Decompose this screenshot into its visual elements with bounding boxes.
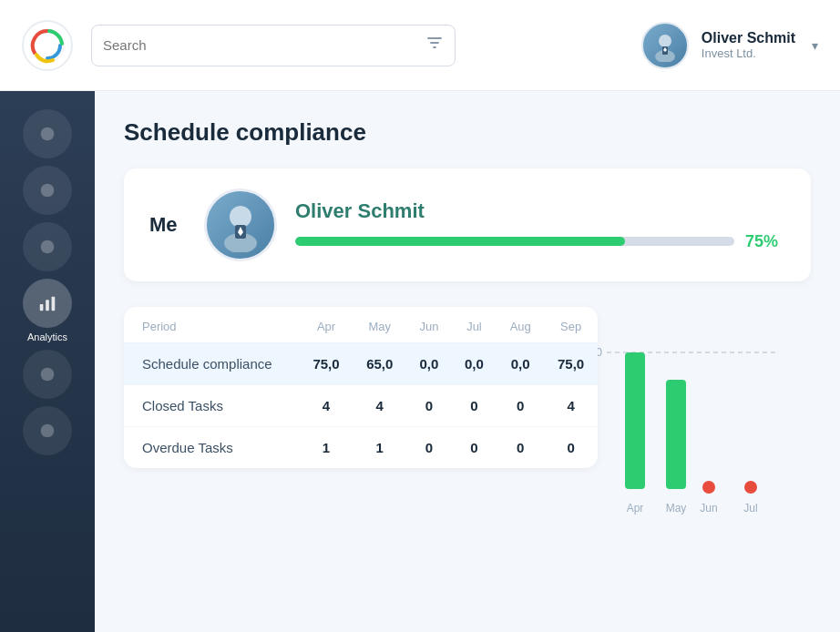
x-label-apr: Apr: [627, 502, 644, 515]
col-jun: Jun: [406, 307, 452, 343]
col-jul: Jul: [452, 307, 497, 343]
svg-point-7: [41, 240, 55, 254]
x-label-jun: Jun: [700, 502, 717, 515]
sidebar-item-analytics[interactable]: Analytics: [23, 279, 72, 342]
cell-sc-jul: 0,0: [452, 343, 497, 385]
chart-svg: 70 Apr May Jun Jul: [598, 316, 780, 525]
progress-bar-bg: [295, 237, 734, 246]
cell-sc-jun: 0,0: [406, 343, 452, 385]
search-wrapper: [91, 25, 456, 66]
svg-point-13: [230, 206, 251, 228]
col-aug: Aug: [497, 307, 544, 343]
svg-point-6: [41, 184, 55, 198]
col-may: May: [353, 307, 406, 343]
dot-jun: [702, 481, 715, 494]
topbar: Oliver Schmit Invest Ltd. ▾: [0, 0, 840, 91]
table-row: Schedule compliance 75,0 65,0 0,0 0,0 0,…: [124, 343, 598, 385]
row-label: Schedule compliance: [124, 343, 300, 385]
svg-rect-8: [40, 304, 44, 311]
data-table-card: Period Apr May Jun Jul Aug Sep Schedule …: [124, 307, 598, 468]
me-card: Me Oliver Schmit 75%: [124, 168, 811, 281]
sidebar-item-6[interactable]: [23, 406, 72, 455]
cell-sc-aug: 0,0: [497, 343, 544, 385]
table-chart-wrapper: Period Apr May Jun Jul Aug Sep Schedule …: [124, 307, 811, 538]
cell-ct-jul: 0: [452, 385, 497, 427]
bar-apr: [625, 352, 645, 489]
svg-point-12: [41, 424, 55, 438]
user-dropdown-arrow[interactable]: ▾: [812, 38, 818, 53]
row-label: Closed Tasks: [124, 385, 300, 427]
svg-text:70: 70: [598, 346, 602, 359]
cell-ct-jun: 0: [406, 385, 452, 427]
sidebar-item-3[interactable]: [23, 222, 72, 271]
cell-ot-jun: 0: [406, 427, 452, 469]
progress-wrapper: 75%: [295, 232, 785, 251]
dot-jul: [744, 481, 757, 494]
analytics-label: Analytics: [27, 331, 67, 342]
sidebar-item-1[interactable]: [23, 109, 72, 158]
bar-may: [666, 380, 686, 489]
col-apr: Apr: [300, 307, 353, 343]
x-label-jul: Jul: [743, 502, 757, 515]
cell-sc-may: 65,0: [353, 343, 406, 385]
cell-ct-apr: 4: [300, 385, 353, 427]
cell-ct-sep: 4: [544, 385, 598, 427]
search-input[interactable]: [103, 37, 418, 53]
cell-ot-sep: 0: [544, 427, 598, 469]
progress-bar-fill: [295, 237, 625, 246]
cell-ot-apr: 1: [300, 427, 353, 469]
svg-point-5: [41, 127, 55, 141]
table-header-row: Period Apr May Jun Jul Aug Sep: [124, 307, 598, 343]
user-company: Invest Ltd.: [702, 46, 795, 60]
me-name: Oliver Schmit: [295, 199, 785, 223]
table-row: Closed Tasks 4 4 0 0 0 4: [124, 385, 598, 427]
main-layout: Analytics Schedule compliance Me Oliver: [0, 91, 840, 632]
sidebar-item-2[interactable]: [23, 166, 72, 215]
table-row: Overdue Tasks 1 1 0 0 0 0: [124, 427, 598, 469]
filter-icon[interactable]: [425, 34, 444, 56]
cell-ot-aug: 0: [497, 427, 544, 469]
cell-ot-jul: 0: [452, 427, 497, 469]
x-label-may: May: [666, 502, 687, 515]
sidebar: Analytics: [0, 91, 95, 632]
logo: [22, 20, 73, 71]
user-avatar: [641, 22, 689, 69]
svg-rect-10: [52, 297, 56, 311]
cell-ct-aug: 0: [497, 385, 544, 427]
me-label: Me: [149, 213, 186, 237]
user-name: Oliver Schmit: [702, 30, 795, 46]
cell-ct-may: 4: [353, 385, 406, 427]
svg-point-11: [41, 368, 55, 382]
user-info: Oliver Schmit Invest Ltd.: [702, 30, 795, 60]
cell-sc-sep: 75,0: [544, 343, 598, 385]
data-table: Period Apr May Jun Jul Aug Sep Schedule …: [124, 307, 598, 468]
page-title: Schedule compliance: [124, 118, 811, 147]
svg-point-1: [659, 35, 671, 47]
me-avatar: [204, 189, 277, 261]
user-section: Oliver Schmit Invest Ltd. ▾: [641, 22, 818, 69]
col-sep: Sep: [544, 307, 598, 343]
col-period: Period: [124, 307, 300, 343]
content: Schedule compliance Me Oliver Schmit 7: [95, 91, 840, 632]
sidebar-item-5[interactable]: [23, 350, 72, 399]
row-label: Overdue Tasks: [124, 427, 300, 469]
me-details: Oliver Schmit 75%: [295, 199, 785, 251]
progress-pct: 75%: [745, 232, 785, 251]
chart-area: 70 Apr May Jun Jul: [598, 307, 811, 538]
cell-ot-may: 1: [353, 427, 406, 469]
cell-sc-apr: 75,0: [300, 343, 353, 385]
svg-rect-9: [46, 300, 49, 311]
